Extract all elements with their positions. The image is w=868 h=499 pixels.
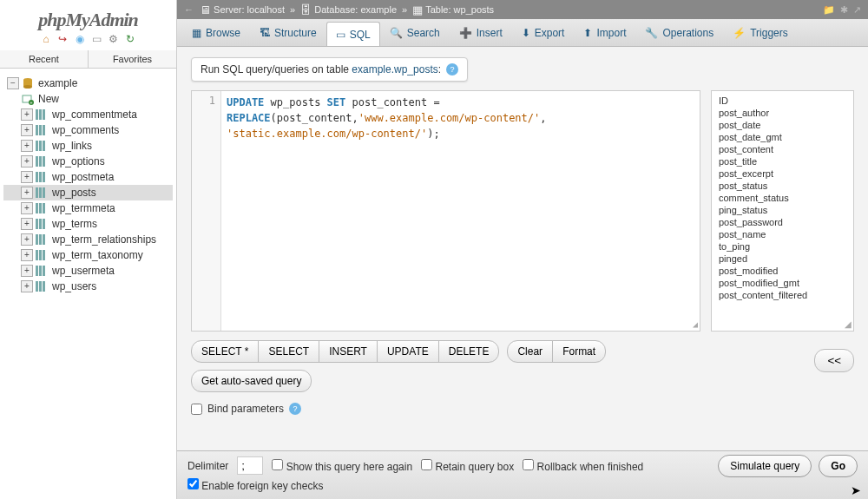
column-option[interactable]: pinged — [712, 253, 853, 265]
columns-icon[interactable] — [35, 218, 49, 230]
delimiter-input[interactable] — [237, 456, 263, 475]
query-target-link[interactable]: example.wp_posts — [352, 63, 437, 76]
autosaved-button[interactable]: Get auto-saved query — [191, 370, 312, 392]
column-option[interactable]: post_date_gmt — [712, 131, 853, 143]
docs-icon[interactable]: ◉ — [74, 33, 86, 45]
help-icon[interactable]: ? — [289, 403, 301, 415]
insert-button[interactable]: INSERT — [319, 340, 378, 363]
tree-table-wp-terms[interactable]: +wp_terms — [3, 216, 173, 232]
tree-table-wp-term-relationships[interactable]: +wp_term_relationships — [3, 232, 173, 247]
column-option[interactable]: ping_status — [712, 204, 853, 216]
columns-icon[interactable] — [35, 280, 49, 292]
tab-structure[interactable]: 🏗Structure — [250, 19, 326, 46]
expand-icon[interactable]: + — [21, 280, 33, 292]
expand-icon[interactable]: + — [21, 187, 33, 199]
expand-icon[interactable]: + — [21, 265, 33, 277]
expand-icon[interactable]: + — [21, 124, 33, 136]
columns-icon[interactable] — [35, 171, 49, 183]
expand-icon[interactable]: + — [21, 108, 33, 121]
column-option[interactable]: post_name — [712, 228, 853, 240]
db-name[interactable]: example — [360, 4, 397, 15]
column-option[interactable]: post_modified — [712, 265, 853, 277]
column-option[interactable]: post_date — [712, 119, 853, 131]
column-option[interactable]: post_author — [712, 107, 853, 119]
tree-table-wp-posts[interactable]: +wp_posts — [3, 185, 173, 200]
tab-search[interactable]: 🔍Search — [380, 19, 450, 46]
expand-icon[interactable]: + — [21, 218, 33, 230]
tree-table-wp-usermeta[interactable]: +wp_usermeta — [3, 263, 173, 279]
home-icon[interactable]: ⌂ — [40, 33, 52, 45]
tab-favorites[interactable]: Favorites — [89, 50, 176, 68]
tab-export[interactable]: ⬇Export — [512, 19, 575, 46]
tab-browse[interactable]: ▦Browse — [182, 19, 250, 46]
columns-icon[interactable] — [35, 140, 49, 152]
columns-icon[interactable] — [35, 187, 49, 199]
tab-import[interactable]: ⬆Import — [574, 19, 635, 46]
nav-back-icon[interactable]: ← — [184, 4, 194, 15]
columns-icon[interactable] — [35, 249, 49, 261]
columns-icon[interactable] — [35, 155, 49, 167]
tree-table-wp-options[interactable]: +wp_options — [3, 154, 173, 169]
columns-icon[interactable] — [35, 124, 49, 136]
tree-table-wp-links[interactable]: +wp_links — [3, 138, 173, 154]
tab-triggers[interactable]: ⚡Triggers — [723, 19, 798, 46]
column-option[interactable]: ID — [712, 95, 853, 107]
rollback-checkbox[interactable] — [523, 459, 534, 470]
expand-icon[interactable]: + — [21, 140, 33, 152]
columns-icon[interactable] — [35, 202, 49, 214]
show-again-checkbox[interactable] — [272, 459, 283, 470]
column-option[interactable]: comment_status — [712, 192, 853, 204]
tree-table-wp-users[interactable]: +wp_users — [3, 279, 173, 294]
bind-params-checkbox[interactable] — [191, 404, 202, 415]
reload-icon[interactable]: ↻ — [124, 33, 136, 45]
expand-icon[interactable]: + — [21, 233, 33, 246]
column-option[interactable]: post_status — [712, 180, 853, 192]
resize-handle-icon[interactable]: ◢ — [845, 319, 852, 329]
expand-icon[interactable]: + — [21, 249, 33, 261]
update-button[interactable]: UPDATE — [377, 340, 439, 363]
column-option[interactable]: post_title — [712, 155, 853, 167]
bookmark-icon[interactable]: 📁 — [823, 4, 835, 16]
columns-list[interactable]: IDpost_authorpost_datepost_date_gmtpost_… — [711, 90, 854, 332]
table-name[interactable]: wp_posts — [454, 4, 494, 15]
tab-sql[interactable]: ▭SQL — [326, 22, 380, 46]
select-button[interactable]: SELECT — [258, 340, 319, 363]
exit-icon[interactable]: ↗ — [853, 4, 861, 16]
tree-table-wp-comments[interactable]: +wp_comments — [3, 122, 173, 138]
tab-recent[interactable]: Recent — [0, 50, 89, 68]
columns-collapse-button[interactable]: << — [814, 349, 854, 372]
tree-table-wp-term-taxonomy[interactable]: +wp_term_taxonomy — [3, 247, 173, 263]
columns-icon[interactable] — [35, 265, 49, 277]
go-button[interactable]: Go — [819, 455, 858, 477]
column-option[interactable]: to_ping — [712, 240, 853, 253]
columns-icon[interactable] — [35, 108, 49, 121]
tab-insert[interactable]: ➕Insert — [450, 19, 512, 46]
column-option[interactable]: post_password — [712, 216, 853, 228]
clear-button[interactable]: Clear — [507, 340, 553, 363]
column-option[interactable]: post_content_filtered — [712, 289, 853, 301]
tree-db[interactable]: − example — [3, 76, 173, 91]
server-name[interactable]: localhost — [247, 4, 285, 15]
simulate-button[interactable]: Simulate query — [718, 455, 812, 477]
columns-icon[interactable] — [35, 233, 49, 246]
sql-icon[interactable]: ▭ — [90, 33, 102, 45]
page-settings-icon[interactable]: ✱ — [840, 4, 848, 16]
retain-checkbox[interactable] — [421, 459, 432, 470]
fk-checkbox[interactable] — [187, 478, 199, 489]
expand-icon[interactable]: + — [21, 155, 33, 167]
expand-icon[interactable]: + — [21, 202, 33, 214]
format-button[interactable]: Format — [552, 340, 606, 363]
tab-operations[interactable]: 🔧Operations — [635, 19, 723, 46]
tree-table-wp-postmeta[interactable]: +wp_postmeta — [3, 169, 173, 185]
collapse-icon[interactable]: − — [7, 77, 19, 89]
column-option[interactable]: post_content — [712, 143, 853, 155]
delete-button[interactable]: DELETE — [438, 340, 500, 363]
column-option[interactable]: post_excerpt — [712, 167, 853, 180]
column-option[interactable]: post_modified_gmt — [712, 277, 853, 289]
help-icon[interactable]: ? — [446, 63, 458, 76]
logout-icon[interactable]: ↪ — [56, 33, 69, 45]
tree-table-wp-commentmeta[interactable]: +wp_commentmeta — [3, 107, 173, 122]
settings-icon[interactable]: ⚙ — [108, 33, 120, 45]
tree-table-wp-termmeta[interactable]: +wp_termmeta — [3, 200, 173, 216]
resize-handle-icon[interactable]: ◢ — [693, 319, 698, 329]
